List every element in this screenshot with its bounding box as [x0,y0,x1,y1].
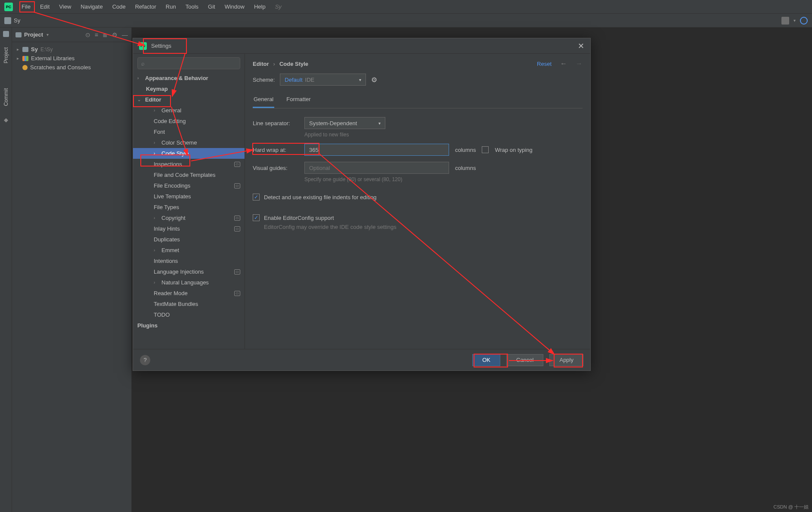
visual-guides-label: Visual guides: [253,165,298,171]
tree-intentions[interactable]: Intentions [133,256,245,266]
breadcrumb-editor[interactable]: Editor [253,61,269,67]
line-separator-hint: Applied to new files [304,132,583,138]
tree-textmate-bundles[interactable]: TextMate Bundles [133,299,245,309]
settings-content: Editor › Code Style Reset ← → Scheme: De… [245,54,590,349]
tree-duplicates[interactable]: Duplicates [133,234,245,245]
cancel-button[interactable]: Cancel [506,354,543,366]
tree-reader-mode[interactable]: Reader Mode▭ [133,288,245,299]
project-badge-icon: ▭ [234,216,240,221]
project-badge-icon: ▭ [234,226,240,231]
tree-language-injections[interactable]: Language Injections▭ [133,266,245,277]
chevron-right-icon: › [273,61,275,67]
tree-appearance-behavior[interactable]: ›Appearance & Behavior [133,73,245,83]
project-tool-icon[interactable] [3,31,9,37]
reset-link[interactable]: Reset [537,61,552,67]
collapse-arrow-icon[interactable]: ▸ [15,47,20,52]
columns-label: columns [455,147,476,153]
menu-code[interactable]: Code [108,2,130,12]
tree-file-encodings[interactable]: File Encodings▭ [133,180,245,191]
menu-refactor[interactable]: Refactor [131,2,161,12]
visual-guides-input[interactable] [304,162,449,174]
forward-arrow-icon[interactable]: → [576,60,583,68]
account-dropdown-icon[interactable]: ▾ [793,18,796,23]
tab-formatter[interactable]: Formatter [285,93,311,108]
tree-live-templates[interactable]: Live Templates [133,191,245,202]
menu-window[interactable]: Window [220,2,249,12]
close-icon[interactable]: ✕ [578,41,584,51]
tree-file-types[interactable]: File Types [133,202,245,213]
tree-todo[interactable]: TODO [133,309,245,320]
tree-general[interactable]: ›General [133,105,245,116]
select-opened-file-icon[interactable]: ⊙ [85,31,90,38]
tree-keymap[interactable]: Keymap [133,83,245,94]
tree-natural-languages[interactable]: ›Natural Languages [133,277,245,288]
detect-indents-checkbox[interactable]: ✓ [253,194,260,200]
back-arrow-icon[interactable]: ← [560,60,567,68]
tree-inlay-hints[interactable]: Inlay Hints▭ [133,223,245,234]
account-icon[interactable] [781,17,789,25]
wrap-on-typing-label: Wrap on typing [495,147,532,153]
chevron-down-icon: ▾ [378,121,381,126]
ok-button[interactable]: OK [472,354,500,366]
commit-tool-label[interactable]: Commit [3,86,9,108]
tree-font[interactable]: Font [133,126,245,137]
menu-run[interactable]: Run [161,2,180,12]
gear-icon[interactable]: ⚙ [371,76,377,84]
code-style-tabs: General Formatter [253,93,583,108]
hard-wrap-input[interactable] [304,144,449,156]
scheme-dropdown[interactable]: Default IDE ▾ [280,74,366,86]
hide-tool-window-icon[interactable]: — [122,31,128,38]
collapse-arrow-icon[interactable]: ▸ [15,56,20,61]
wrap-on-typing-checkbox[interactable] [482,146,489,153]
menu-file[interactable]: File [17,2,35,12]
project-breadcrumb[interactable]: Sy [14,17,20,24]
project-badge-icon: ▭ [234,162,240,167]
tree-code-editing[interactable]: Code Editing [133,116,245,126]
expand-all-icon[interactable]: ≡ [95,31,98,38]
folder-icon [4,17,11,24]
settings-search-input[interactable]: ⌕ [137,57,240,69]
tree-copyright[interactable]: ›Copyright▭ [133,213,245,223]
tree-code-style[interactable]: ›Code Style [133,148,245,159]
tree-external-libraries[interactable]: ▸ External Libraries [12,54,131,63]
tree-plugins[interactable]: Plugins [133,320,245,331]
tree-scratches[interactable]: ▸ Scratches and Consoles [12,63,131,72]
menu-tools[interactable]: Tools [181,2,203,12]
project-view-selector[interactable]: Project [24,31,43,38]
hard-wrap-label: Hard wrap at: [253,147,298,153]
line-separator-dropdown[interactable]: System-Dependent ▾ [304,117,385,129]
menu-navigate[interactable]: Navigate [76,2,107,12]
tree-editor[interactable]: ⌄Editor [133,94,245,105]
help-icon[interactable]: ? [140,355,150,365]
tree-emmet[interactable]: ›Emmet [133,245,245,256]
menu-git[interactable]: Git [204,2,220,12]
detect-indents-label: Detect and use existing file indents for… [264,194,377,200]
menu-view[interactable]: View [55,2,75,12]
editorconfig-hint: EditorConfig may override the IDE code s… [264,224,583,230]
tree-inspections[interactable]: Inspections▭ [133,159,245,170]
line-separator-label: Line separator: [253,120,298,126]
collapse-all-icon[interactable]: ≣ [102,31,108,38]
menu-edit[interactable]: Edit [36,2,54,12]
menu-help[interactable]: Help [250,2,270,12]
editorconfig-label: Enable EditorConfig support [264,215,334,221]
project-tool-label[interactable]: Project [3,46,9,65]
project-badge-icon: ▭ [234,291,240,296]
tab-general[interactable]: General [253,93,274,108]
scheme-label: Scheme: [253,77,275,83]
tree-root[interactable]: ▸ Sy E:\Sy [12,45,131,54]
tree-file-code-templates[interactable]: File and Code Templates [133,170,245,180]
ide-updates-icon[interactable] [800,17,808,25]
settings-dialog: PC Settings ✕ ⌕ ›Appearance & Behavior K… [133,38,591,371]
settings-breadcrumb: Editor › Code Style Reset ← → [253,60,583,68]
chevron-down-icon[interactable]: ▾ [46,32,49,37]
editorconfig-checkbox[interactable]: ✓ [253,214,260,221]
tree-color-scheme[interactable]: ›Color Scheme [133,137,245,148]
search-everywhere-hint[interactable]: Sy [275,3,282,10]
commit-tool-icon[interactable]: ◆ [4,117,8,123]
project-tool-window: Project ▾ ⊙ ≡ ≣ ⚙ — ▸ Sy E:\Sy ▸ Externa… [12,28,132,512]
folder-icon [22,47,28,52]
apply-button[interactable]: Apply [549,354,583,366]
settings-gear-icon[interactable]: ⚙ [112,31,118,38]
pycharm-logo-icon: PC [4,3,13,11]
